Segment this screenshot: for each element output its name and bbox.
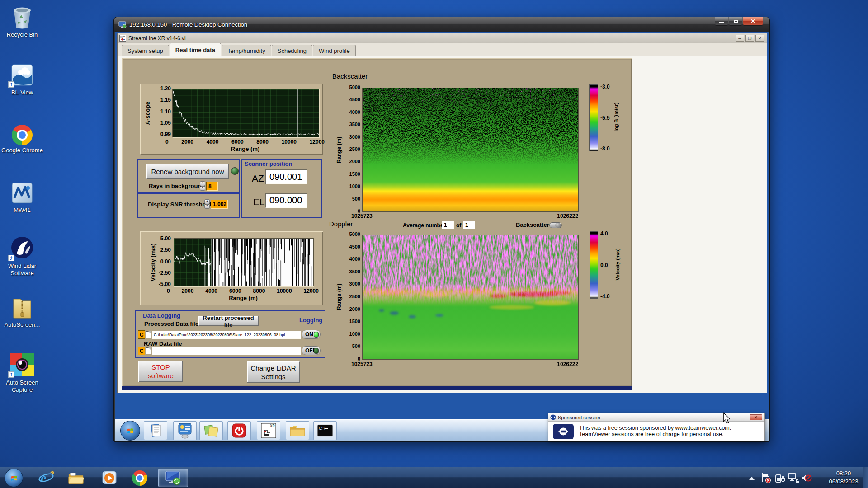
- raw-drive-button[interactable]: C: [138, 347, 145, 355]
- teamviewer-line1: This was a free session sponsored by www…: [579, 425, 731, 431]
- ascope-chart-frame: A-scope 1.201.151.101.050.99 020: [140, 84, 323, 155]
- desktop-icon-autoscreen-zip[interactable]: AutoScreen...: [1, 294, 43, 328]
- teamviewer-popup-titlebar[interactable]: Sponsored session ✕: [548, 413, 764, 422]
- average-number-label: Average number: [403, 222, 445, 229]
- change-lidar-settings-button[interactable]: Change LiDAR Settings: [247, 361, 300, 383]
- processed-drive-button[interactable]: C: [138, 330, 145, 339]
- remote-task-notepad[interactable]: [144, 421, 167, 440]
- taskbar-chrome[interactable]: [132, 470, 148, 486]
- teamviewer-close-button[interactable]: ✕: [750, 414, 762, 420]
- el-value-field[interactable]: 090.000: [265, 193, 307, 208]
- power-stop-icon: [231, 423, 247, 438]
- taskbar-media-player[interactable]: [101, 470, 118, 486]
- remote-task-folder[interactable]: [286, 421, 309, 440]
- remote-task-sticky-notes[interactable]: [199, 421, 223, 440]
- doppler-colorbar: [590, 231, 598, 299]
- tab-real-time-data[interactable]: Real time data: [170, 43, 221, 56]
- stop-software-button[interactable]: STOP software: [138, 361, 183, 382]
- processed-browse-icon[interactable]: [146, 331, 151, 338]
- remote-task-command-prompt[interactable]: C:\: [313, 421, 337, 440]
- tick-label: 5000: [349, 232, 360, 237]
- velocity-yticks: 5.002.500.00-2.50-5.00: [151, 236, 171, 287]
- tab-system-setup[interactable]: System setup: [122, 45, 169, 56]
- ascope-plot[interactable]: [172, 89, 319, 137]
- average-of-field[interactable]: 1: [463, 221, 475, 229]
- tick-label: 1000: [349, 332, 360, 337]
- desktop-icon-label: MW41: [1, 206, 43, 214]
- tick-label: 2000: [181, 139, 193, 145]
- tick-label: 1.15: [160, 98, 171, 103]
- teamviewer-popup-title: Sponsored session: [558, 415, 600, 420]
- remote-task-display-settings[interactable]: [173, 421, 197, 440]
- renew-background-button[interactable]: Renew background now: [146, 164, 229, 179]
- tick-label: -5.5: [600, 115, 610, 121]
- taskbar-internet-explorer[interactable]: e: [38, 470, 54, 486]
- az-value-field[interactable]: 090.001: [265, 169, 307, 184]
- restart-processed-file-button[interactable]: Restart processed file: [198, 316, 259, 326]
- backscatter-toggle-switch[interactable]: [549, 222, 562, 228]
- app-minimize-button[interactable]: ─: [736, 35, 744, 42]
- rays-spinner[interactable]: ▲▼: [200, 181, 205, 191]
- desktop-icon-google-chrome[interactable]: Google Chrome: [1, 119, 43, 154]
- tick-label: 0.00: [160, 259, 171, 264]
- rays-value-field[interactable]: 8: [206, 182, 218, 191]
- folder-icon: [289, 424, 306, 437]
- doppler-colorbar-ticks: 4.00.0-4.0: [600, 230, 610, 300]
- sticky-notes-icon: [203, 423, 219, 438]
- raw-browse-icon[interactable]: [146, 347, 151, 354]
- tray-volume-muted-icon[interactable]: [801, 473, 812, 483]
- tray-network-icon[interactable]: [788, 473, 799, 483]
- desktop-icon-label: Auto Screen Capture: [1, 379, 43, 394]
- rdp-maximize-button[interactable]: [729, 17, 742, 26]
- app-titlebar[interactable]: StreamLine XR v14-6.vi ─ ❐ ✕: [118, 33, 767, 43]
- show-desktop-button[interactable]: [863, 467, 868, 488]
- tick-label: 2000: [349, 307, 360, 312]
- tray-power-icon[interactable]: [775, 473, 786, 483]
- rdp-titlebar[interactable]: 192.168.0.150 - Remote Desktop Connectio…: [114, 17, 769, 32]
- taskbar-file-explorer[interactable]: [68, 470, 84, 486]
- app-restore-button[interactable]: ❐: [745, 35, 754, 42]
- velocity-xlabel: Range (m): [174, 295, 313, 301]
- raw-logging-toggle[interactable]: OFF: [302, 346, 321, 355]
- remote-task-power-stop[interactable]: [227, 421, 251, 440]
- processed-logging-toggle[interactable]: ON: [302, 330, 321, 339]
- processed-path-field[interactable]: C:\Lidar\Data\Proc\2023\202308\20230806\…: [152, 331, 301, 339]
- average-number-field[interactable]: 1: [442, 221, 454, 229]
- desktop-icon-recycle-bin[interactable]: Recycle Bin: [1, 4, 43, 38]
- snr-value-field[interactable]: 1.002: [211, 200, 228, 209]
- remote-desktop-icon: [165, 470, 182, 486]
- tab-wind-profile[interactable]: Wind profile: [313, 45, 356, 56]
- desktop-icon-wind-lidar[interactable]: ⤴ Wind Lidar Software: [1, 235, 43, 277]
- velocity-plot[interactable]: [174, 238, 314, 286]
- backscatter-range-label: Range (m): [336, 123, 342, 177]
- shortcut-arrow-icon: ⤴: [8, 371, 14, 378]
- start-button[interactable]: [5, 469, 23, 487]
- tray-action-center-icon[interactable]: [761, 473, 771, 483]
- tab-scheduling[interactable]: Scheduling: [272, 45, 312, 56]
- shortcut-arrow-icon: ⤴: [8, 81, 14, 88]
- desktop-icon-label: Wind Lidar Software: [1, 263, 43, 277]
- doppler-heatmap[interactable]: [362, 235, 579, 360]
- tick-label: 8000: [256, 139, 269, 145]
- taskbar-remote-desktop-active[interactable]: [158, 469, 188, 487]
- remote-start-button[interactable]: [120, 421, 140, 441]
- tray-show-hidden-icon[interactable]: [749, 476, 755, 480]
- app-close-button[interactable]: ✕: [755, 35, 764, 42]
- tab-temp-humidity[interactable]: Temp/humidity: [222, 45, 271, 56]
- tick-label: 1.10: [160, 109, 171, 114]
- desktop-icon-bl-view[interactable]: ⤴ BL-View: [1, 61, 43, 96]
- taskbar-clock[interactable]: 08:20 06/08/2023: [826, 469, 862, 486]
- desktop-icon-auto-screen-capture[interactable]: ⤴ Auto Screen Capture: [1, 352, 43, 394]
- stop-line1: STOP: [151, 363, 170, 371]
- rdp-minimize-button[interactable]: [715, 17, 728, 26]
- backscatter-heatmap[interactable]: [362, 88, 579, 212]
- rdp-close-button[interactable]: ✕: [743, 17, 763, 26]
- raw-path-field[interactable]: [152, 347, 301, 355]
- tick-label: 1.05: [160, 121, 171, 126]
- start-orb-icon: [124, 425, 136, 436]
- tick-label: 2000: [349, 159, 360, 164]
- snr-spinner[interactable]: ▲▼: [204, 199, 210, 209]
- remote-task-streamline-xr[interactable]: XR: [257, 421, 280, 440]
- backscatter-xstart: 1025723: [351, 213, 378, 219]
- desktop-icon-mw41[interactable]: MW41: [1, 179, 43, 214]
